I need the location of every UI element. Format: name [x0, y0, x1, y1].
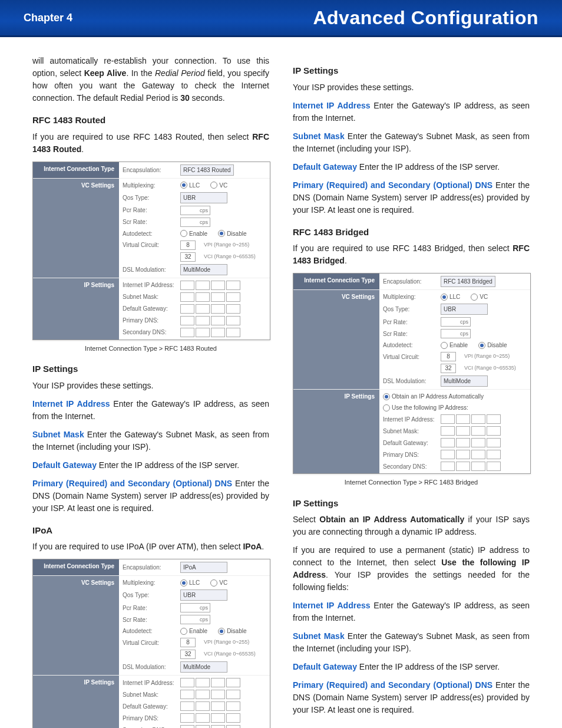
screenshot-rfc1483-bridged: Internet Connection Type Encapsulation:R…: [293, 273, 531, 474]
term-subnet-mask: Subnet Mask: [32, 430, 84, 439]
caption-rfc-routed: Internet Connection Type > RFC 1483 Rout…: [32, 344, 269, 354]
page-header: Chapter 4 Advanced Configuration: [0, 0, 562, 37]
heading-ipoa: IPoA: [32, 524, 269, 538]
ip-intro-left: Your ISP provides these settings.: [32, 380, 269, 392]
heading-ip-settings-r2: IP Settings: [293, 497, 530, 510]
heading-ip-settings-r1: IP Settings: [293, 64, 530, 78]
screenshot-ipoa: Internet Connection Type Encapsulation:I…: [32, 559, 270, 728]
heading-rfc1483-bridged: RFC 1483 Bridged: [293, 226, 530, 239]
screenshot-rfc1483-routed: Internet Connection Type Encapsulation:R…: [32, 162, 270, 340]
term-internet-ip: Internet IP Address: [32, 399, 110, 409]
page-title: Advanced Configuration: [313, 4, 538, 32]
term-default-gateway: Default Gateway: [32, 460, 97, 470]
ipoa-paragraph: If you are required to use IPoA (IP over…: [32, 541, 269, 553]
term-dns: Primary (Required) and Secondary (Option…: [32, 479, 232, 488]
right-column: IP Settings Your ISP provides these sett…: [293, 55, 530, 728]
heading-bridge-mode: Bridge Mode Only: [293, 726, 530, 728]
left-column: will automatically re-establish your con…: [32, 55, 269, 728]
caption-rfc-bridged: Internet Connection Type > RFC 1483 Brid…: [293, 477, 530, 487]
chapter-label: Chapter 4: [24, 10, 72, 26]
heading-ip-settings-left: IP Settings: [32, 363, 269, 376]
heading-rfc1483-routed: RFC 1483 Routed: [32, 114, 269, 127]
rfc-routed-paragraph: If you are required to use RFC 1483 Rout…: [32, 131, 269, 156]
rfc-bridged-paragraph: If you are required to use RFC 1483 Brid…: [293, 242, 530, 267]
keepalive-paragraph: will automatically re-establish your con…: [32, 55, 269, 104]
